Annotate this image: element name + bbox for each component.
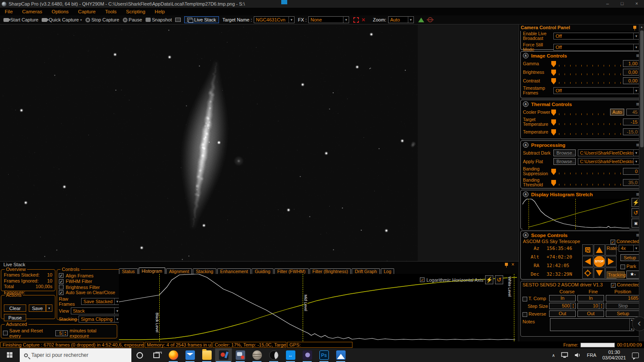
banding-suppression-value[interactable]: 0: [623, 168, 639, 175]
tray-monitor-icon[interactable]: [561, 352, 568, 358]
live-stack-button[interactable]: Live Stack: [184, 16, 219, 23]
tab-enhancement[interactable]: Enhancement: [217, 268, 251, 274]
save-reset-checkbox[interactable]: [3, 331, 8, 335]
stretch-histogram[interactable]: [522, 199, 640, 229]
menu-cameras[interactable]: Cameras: [18, 9, 47, 14]
focuser-stop-button[interactable]: Stop: [606, 303, 640, 309]
cooler-auto-button[interactable]: Auto: [610, 109, 624, 116]
fine-step-spinner[interactable]: 10 ▲▼: [577, 303, 604, 309]
pin-icon[interactable]: [633, 26, 636, 29]
spiral-search-button[interactable]: [582, 244, 593, 256]
minimize-button[interactable]: –: [600, 0, 615, 8]
brightness-filter-checkbox[interactable]: Brightness Filter: [59, 285, 120, 290]
image-viewport[interactable]: [0, 24, 418, 261]
notes-textarea[interactable]: ▲▼: [550, 318, 634, 331]
taskbar-clock[interactable]: 01:30 03/04/2021: [602, 350, 626, 361]
tab-filter-fwhm[interactable]: Filter (FWHM): [274, 268, 309, 274]
white-level-line[interactable]: [514, 274, 514, 341]
taskbar-search-input[interactable]: Taper ici pour rechercher: [20, 348, 131, 362]
reticle-icon[interactable]: [428, 17, 433, 22]
scroll-up-icon[interactable]: ▲: [639, 24, 644, 30]
auto-stretch-icon[interactable]: ⚡: [485, 275, 493, 284]
tab-drift-graph[interactable]: Drift Graph: [352, 268, 380, 274]
collapse-section-icon[interactable]: ∧: [523, 142, 529, 148]
pin-icon[interactable]: [505, 263, 508, 266]
view-select[interactable]: Stack▾: [71, 307, 121, 314]
fine-out-button[interactable]: Out: [577, 310, 604, 317]
close-button[interactable]: ×: [629, 0, 644, 8]
language-indicator[interactable]: FRA: [587, 353, 596, 358]
auto-save-checkbox[interactable]: ✓Auto Save on Clear/Close: [59, 290, 120, 295]
menu-options[interactable]: Options: [47, 9, 73, 14]
quick-capture-button[interactable]: Quick Capture ▾: [42, 17, 82, 22]
menu-help[interactable]: Help: [150, 9, 170, 14]
taskbar-teamviewer[interactable]: ↔: [282, 348, 299, 362]
task-view-button[interactable]: [148, 348, 165, 362]
fine-in-button[interactable]: In: [577, 295, 604, 301]
focuser-setup-button[interactable]: Setup: [606, 310, 640, 317]
enable-live-broadcast-select[interactable]: Off ▾: [553, 33, 639, 40]
collapse-section-icon[interactable]: ∧: [523, 101, 529, 107]
taskbar-dark-app[interactable]: [299, 348, 316, 362]
scope-setup-button[interactable]: Setup: [620, 254, 639, 261]
goto-target-button[interactable]: [582, 268, 593, 279]
taskbar-sharpcap[interactable]: [215, 348, 232, 362]
target-temperature-slider[interactable]: [553, 119, 621, 125]
collapse-section-icon[interactable]: ∧: [523, 232, 529, 238]
tracking-button[interactable]: Tracking: [607, 271, 625, 278]
star-select[interactable]: ★▾: [626, 271, 639, 279]
pause-button[interactable]: Pause: [4, 314, 26, 321]
selection-area-icon[interactable]: [353, 17, 359, 23]
coarse-out-button[interactable]: Out: [549, 310, 576, 317]
align-frames-checkbox[interactable]: ✓Align Frames: [59, 273, 120, 278]
stop-capture-button[interactable]: Stop Capture: [85, 17, 119, 22]
zoom-select[interactable]: Auto ▾: [388, 16, 414, 23]
mid-level-line[interactable]: [575, 199, 576, 229]
coarse-step-spinner[interactable]: 500 ▲▼: [549, 303, 576, 309]
taskbar-photoshop[interactable]: Ps: [316, 348, 332, 362]
position-field[interactable]: 1685: [606, 295, 640, 301]
slew-down-button[interactable]: [594, 268, 605, 279]
menu-tools[interactable]: Tools: [100, 9, 122, 14]
menu-scripting[interactable]: Scripting: [122, 9, 150, 14]
contrast-value[interactable]: 0,00: [623, 77, 639, 84]
menu-capture[interactable]: Capture: [73, 9, 100, 14]
taskbar-mail[interactable]: [182, 348, 198, 362]
apply-flat-path-select[interactable]: C:\Users\SharkFleet\Desktop\21_21... ▾: [578, 158, 639, 165]
reverse-checkbox[interactable]: Reverse: [522, 311, 546, 317]
reset-stretch-icon[interactable]: ↺: [495, 275, 503, 284]
slew-left-button[interactable]: [582, 256, 593, 267]
brightness-slider[interactable]: [553, 70, 621, 75]
brightness-value[interactable]: 0,00: [623, 69, 639, 76]
start-button[interactable]: [0, 348, 20, 362]
raw-frames-select[interactable]: Save Stacked▾: [81, 298, 120, 305]
collapse-section-icon[interactable]: ∧: [523, 192, 529, 197]
taskbar-capture-tool[interactable]: [232, 348, 249, 362]
minutes-spinner[interactable]: 5 ▲▼: [55, 330, 68, 336]
taskbar-planetarium[interactable]: [249, 348, 265, 362]
tray-expand-icon[interactable]: ∧: [552, 353, 555, 358]
apply-flat-browse-button[interactable]: Browse...: [553, 158, 576, 165]
slew-right-button[interactable]: [605, 256, 617, 267]
rate-select[interactable]: 4x ▾: [619, 245, 639, 252]
live-stack-histogram[interactable]: Black Level Mid Level White Level ✓ Loga…: [119, 274, 517, 341]
scroll-thumb[interactable]: [640, 30, 644, 147]
subtract-dark-path-select[interactable]: C:\Users\SharkFleet\Desktop\darks\... ▾: [578, 149, 639, 156]
tab-stacking[interactable]: Stacking: [193, 268, 216, 274]
histogram-icon[interactable]: [418, 18, 424, 22]
cortana-button[interactable]: [131, 348, 148, 362]
subtract-dark-browse-button[interactable]: Browse...: [553, 149, 576, 156]
panel-scrollbar[interactable]: ▲: [639, 24, 644, 341]
park-checkbox[interactable]: Park: [620, 264, 636, 269]
notification-center-icon[interactable]: [632, 353, 639, 358]
contrast-slider[interactable]: [553, 78, 621, 84]
target-name-select[interactable]: NGC4631Cvn ▾: [254, 16, 295, 23]
cooler-power-slider[interactable]: [553, 110, 608, 115]
taskbar-firefox[interactable]: [165, 348, 182, 362]
taskbar-astro-app[interactable]: [265, 348, 282, 362]
banding-suppression-slider[interactable]: [553, 169, 621, 174]
collapse-section-icon[interactable]: ∧: [523, 53, 529, 58]
display-monitor-button[interactable]: [175, 18, 181, 22]
maximize-button[interactable]: □: [615, 0, 629, 8]
save-button[interactable]: Save: [29, 304, 46, 312]
